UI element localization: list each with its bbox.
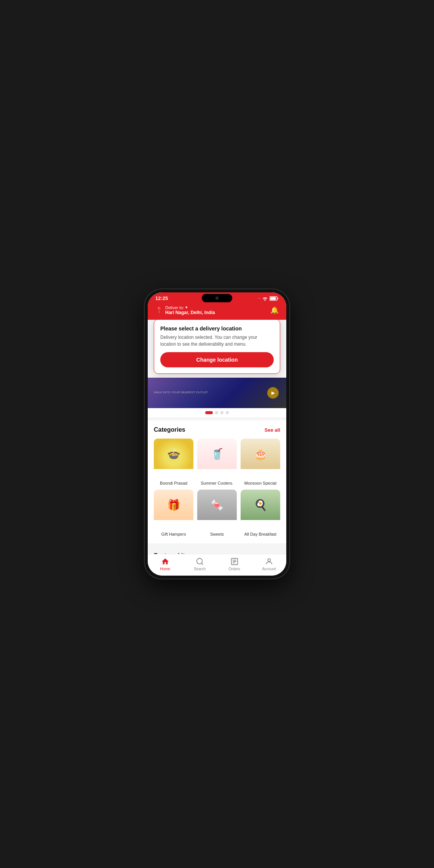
banner-subtitle: WALK INTO YOUR NEAREST OUTLET — [154, 391, 208, 394]
status-icons: ···· — [258, 296, 279, 301]
app-header: 📍 Deliver to: ▾ Hari Nagar, Delhi, India… — [148, 303, 286, 320]
account-icon — [265, 557, 273, 566]
svg-rect-1 — [270, 297, 276, 300]
svg-point-7 — [268, 559, 270, 562]
wifi-icon — [262, 296, 268, 301]
nav-item-home[interactable]: Home — [154, 557, 177, 571]
category-item-boondi-prasad[interactable]: 🍲 Boondi Prasad — [154, 439, 193, 486]
deliver-to-label[interactable]: Deliver to: ▾ — [165, 305, 215, 310]
monsoon-special-image: 🎂 — [241, 439, 280, 469]
carousel-dot-3 — [220, 411, 223, 414]
category-label-all-day-breakfast: All Day Breakfast — [244, 531, 276, 537]
delivery-location-tooltip: Please select a delivery location Delive… — [154, 320, 280, 374]
category-img-summer-coolers: 🥤 — [197, 439, 237, 478]
carousel-dot-1 — [205, 411, 213, 414]
summer-coolers-image: 🥤 — [197, 439, 237, 469]
category-item-summer-coolers[interactable]: 🥤 Summer Coolers. — [197, 439, 237, 486]
signal-icon: ···· — [258, 296, 260, 300]
phone-frame: 12:25 ···· 📍 — [145, 289, 289, 579]
category-item-gift-hampers[interactable]: 🎁 Gift Hampers — [154, 490, 193, 537]
location-section[interactable]: 📍 Deliver to: ▾ Hari Nagar, Delhi, India — [155, 305, 215, 315]
categories-header: Categories See all — [154, 426, 280, 433]
orders-icon — [230, 557, 239, 566]
location-pin-icon: 📍 — [155, 306, 163, 314]
nav-item-account[interactable]: Account — [258, 557, 281, 571]
banner-content: WALK INTO YOUR NEAREST OUTLET — [148, 391, 214, 396]
category-label-summer-coolers: Summer Coolers. — [201, 480, 233, 486]
svg-point-2 — [196, 558, 202, 564]
categories-section: Categories See all 🍲 Boondi Prasad 🥤 — [148, 420, 286, 543]
category-label-gift-hampers: Gift Hampers — [161, 531, 186, 537]
notification-bell-icon[interactable]: 🔔 — [270, 306, 279, 314]
category-img-monsoon-special: 🎂 — [241, 439, 280, 478]
bottom-navigation: Home Search Orders — [148, 554, 286, 576]
category-item-sweets[interactable]: 🍬 Sweets — [197, 490, 237, 537]
nav-label-orders: Orders — [228, 567, 240, 571]
camera-dot — [215, 297, 219, 300]
categories-see-all[interactable]: See all — [265, 427, 280, 433]
banner-image: WALK INTO YOUR NEAREST OUTLET ▶ — [148, 378, 286, 408]
nav-label-home: Home — [160, 567, 170, 571]
carousel-dot-4 — [226, 411, 229, 414]
tooltip-description: Delivery location selected. You can chan… — [160, 334, 274, 348]
sweets-image: 🍬 — [197, 490, 237, 520]
category-img-gift-hampers: 🎁 — [154, 490, 193, 529]
banner-play-icon[interactable]: ▶ — [267, 387, 279, 399]
nav-item-orders[interactable]: Orders — [223, 557, 246, 571]
nav-item-search[interactable]: Search — [188, 557, 211, 571]
boondi-prasad-image: 🍲 — [154, 439, 193, 469]
camera-notch — [202, 294, 232, 302]
tooltip-title: Please select a delivery location — [160, 326, 274, 332]
search-icon — [196, 557, 204, 566]
change-location-button[interactable]: Change location — [160, 352, 274, 367]
home-icon — [161, 557, 169, 566]
carousel-dots — [148, 408, 286, 417]
all-day-breakfast-image: 🍳 — [241, 490, 280, 520]
banner-section: WALK INTO YOUR NEAREST OUTLET ▶ — [148, 378, 286, 417]
location-name: Hari Nagar, Delhi, India — [165, 310, 215, 315]
category-item-all-day-breakfast[interactable]: 🍳 All Day Breakfast — [241, 490, 280, 537]
nav-label-search: Search — [194, 567, 206, 571]
scroll-area[interactable]: Please select a delivery location Delive… — [148, 320, 286, 554]
category-label-boondi-prasad: Boondi Prasad — [160, 480, 187, 486]
location-text: Deliver to: ▾ Hari Nagar, Delhi, India — [165, 305, 215, 315]
category-img-boondi-prasad: 🍲 — [154, 439, 193, 478]
nav-label-account: Account — [262, 567, 276, 571]
categories-grid: 🍲 Boondi Prasad 🥤 Summer Coolers. 🎂 — [154, 439, 280, 537]
categories-title: Categories — [154, 426, 185, 433]
phone-screen: 12:25 ···· 📍 — [148, 292, 286, 576]
status-time: 12:25 — [155, 295, 168, 301]
category-item-monsoon-special[interactable]: 🎂 Monsoon Special — [241, 439, 280, 486]
category-label-monsoon-special: Monsoon Special — [244, 480, 276, 486]
chevron-down-icon: ▾ — [185, 305, 188, 310]
category-img-sweets: 🍬 — [197, 490, 237, 529]
battery-icon — [270, 296, 279, 301]
category-img-all-day-breakfast: 🍳 — [241, 490, 280, 529]
category-label-sweets: Sweets — [210, 531, 224, 537]
carousel-dot-2 — [215, 411, 218, 414]
status-bar: 12:25 ···· — [148, 292, 286, 303]
gift-hampers-image: 🎁 — [154, 490, 193, 520]
featured-section: Featured items Besan Khatai 300 Gms 🍪 ♥ — [148, 546, 286, 554]
